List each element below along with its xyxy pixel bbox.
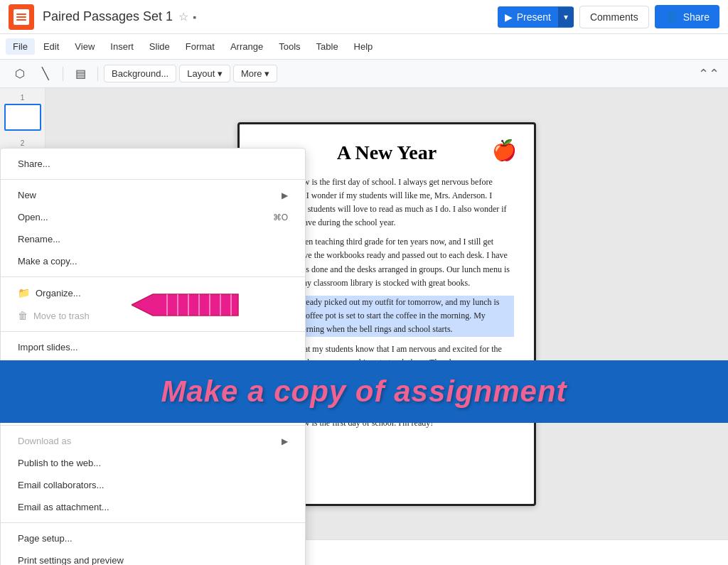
star-icon[interactable]: ☆ bbox=[178, 10, 188, 23]
menu-make-copy[interactable]: Make a copy... bbox=[1, 250, 305, 272]
separator-6 bbox=[1, 425, 305, 426]
app-logo bbox=[9, 4, 34, 30]
share-button[interactable]: 👤 Share bbox=[655, 5, 719, 28]
menu-import-slides[interactable]: Import slides... bbox=[1, 336, 305, 358]
text-tool[interactable]: ▤ bbox=[69, 63, 92, 85]
menu-new[interactable]: New ▶ bbox=[1, 184, 305, 206]
menu-email-attachment[interactable]: Email as attachment... bbox=[1, 496, 305, 518]
blue-banner: Make a copy of assignment bbox=[0, 360, 728, 423]
new-arrow-icon: ▶ bbox=[282, 190, 288, 200]
toolbar-separator-1 bbox=[63, 67, 63, 81]
open-shortcut: ⌘O bbox=[273, 212, 288, 222]
menu-publish-web[interactable]: Publish to the web... bbox=[1, 452, 305, 474]
document-title: Paired Passages Set 1 bbox=[43, 9, 173, 24]
rename-label: Rename... bbox=[18, 234, 60, 244]
more-label: More ▾ bbox=[241, 68, 269, 79]
separator-7 bbox=[1, 522, 305, 523]
menu-print-settings[interactable]: Print settings and preview bbox=[1, 549, 305, 565]
menu-edit[interactable]: Edit bbox=[36, 38, 66, 55]
menu-share[interactable]: Share... bbox=[1, 153, 305, 175]
menu-bar: File Edit View Insert Slide Format Arran… bbox=[0, 34, 728, 60]
organize-folder-icon: 📁 bbox=[18, 287, 30, 298]
page-setup-label: Page setup... bbox=[18, 533, 73, 544]
separator-1 bbox=[1, 179, 305, 180]
menu-arrange[interactable]: Arrange bbox=[223, 38, 270, 55]
share-icon: 👤 bbox=[665, 10, 679, 23]
file-menu-dropdown: Share... New ▶ Open... ⌘O Rename... Make… bbox=[0, 122, 306, 565]
make-copy-label: Make a copy... bbox=[18, 256, 77, 267]
main-area: 1 2 3 🍎 A New Year Tomorrow is the first… bbox=[0, 88, 728, 539]
menu-open[interactable]: Open... ⌘O bbox=[1, 206, 305, 228]
line-tool[interactable]: ╲ bbox=[34, 63, 57, 85]
more-button[interactable]: More ▾ bbox=[233, 65, 277, 82]
menu-page-setup[interactable]: Page setup... bbox=[1, 527, 305, 549]
separator-3 bbox=[1, 331, 305, 332]
dropdown-menu: Share... New ▶ Open... ⌘O Rename... Make… bbox=[0, 148, 306, 565]
background-button[interactable]: Background... bbox=[104, 65, 176, 82]
share-menu-label: Share... bbox=[18, 158, 50, 169]
present-label: Present bbox=[517, 11, 551, 23]
menu-email-collaborators[interactable]: Email collaborators... bbox=[1, 474, 305, 496]
menu-view[interactable]: View bbox=[68, 38, 102, 55]
organize-label: Organize... bbox=[36, 288, 81, 298]
comments-label: Comments bbox=[590, 11, 638, 23]
comments-button[interactable]: Comments bbox=[579, 6, 649, 28]
download-arrow-icon: ▶ bbox=[282, 436, 288, 446]
folder-icon[interactable]: ▪ bbox=[193, 11, 196, 23]
arrow-annotation bbox=[132, 287, 259, 323]
separator-2 bbox=[1, 276, 305, 277]
toolbar: ⬡ ╲ ▤ Background... Layout ▾ More ▾ ⌃⌃ bbox=[0, 60, 728, 88]
new-label: New bbox=[18, 190, 36, 200]
arrow-svg bbox=[132, 287, 259, 323]
layout-button[interactable]: Layout ▾ bbox=[179, 65, 230, 82]
publish-web-label: Publish to the web... bbox=[18, 458, 101, 468]
open-label: Open... bbox=[18, 212, 48, 222]
menu-insert[interactable]: Insert bbox=[103, 38, 141, 55]
apple-icon: 🍎 bbox=[492, 139, 517, 162]
menu-file[interactable]: File bbox=[6, 38, 35, 55]
menu-rename[interactable]: Rename... bbox=[1, 228, 305, 250]
background-label: Background... bbox=[112, 68, 168, 79]
email-attachment-label: Email as attachment... bbox=[18, 502, 109, 512]
print-settings-label: Print settings and preview bbox=[18, 555, 124, 565]
share-label: Share bbox=[683, 11, 710, 23]
menu-tools[interactable]: Tools bbox=[272, 38, 307, 55]
present-dropdown-arrow[interactable]: ▾ bbox=[558, 7, 574, 27]
menu-download-as: Download as ▶ bbox=[1, 430, 305, 452]
title-bar: Paired Passages Set 1 ☆ ▪ ▶ Present ▾ Co… bbox=[0, 0, 728, 34]
banner-text: Make a copy of assignment bbox=[161, 375, 567, 409]
layout-label: Layout ▾ bbox=[187, 68, 223, 79]
toolbar-separator-2 bbox=[97, 67, 98, 81]
menu-help[interactable]: Help bbox=[347, 38, 380, 55]
move-trash-label: Move to trash bbox=[33, 311, 90, 321]
select-tool[interactable]: ⬡ bbox=[9, 63, 31, 85]
svg-marker-0 bbox=[132, 294, 238, 316]
menu-format[interactable]: Format bbox=[178, 38, 222, 55]
menu-table[interactable]: Table bbox=[309, 38, 346, 55]
menu-slide[interactable]: Slide bbox=[142, 38, 177, 55]
email-collaborators-label: Email collaborators... bbox=[18, 480, 104, 490]
present-play-icon: ▶ bbox=[505, 11, 513, 23]
trash-icon: 🗑 bbox=[18, 310, 28, 321]
download-as-label: Download as bbox=[18, 436, 71, 446]
collapse-toolbar-button[interactable]: ⌃⌃ bbox=[698, 66, 719, 82]
import-slides-label: Import slides... bbox=[18, 342, 78, 353]
present-button[interactable]: ▶ Present ▾ bbox=[498, 6, 574, 28]
slide-num-1: 1 bbox=[21, 94, 25, 102]
